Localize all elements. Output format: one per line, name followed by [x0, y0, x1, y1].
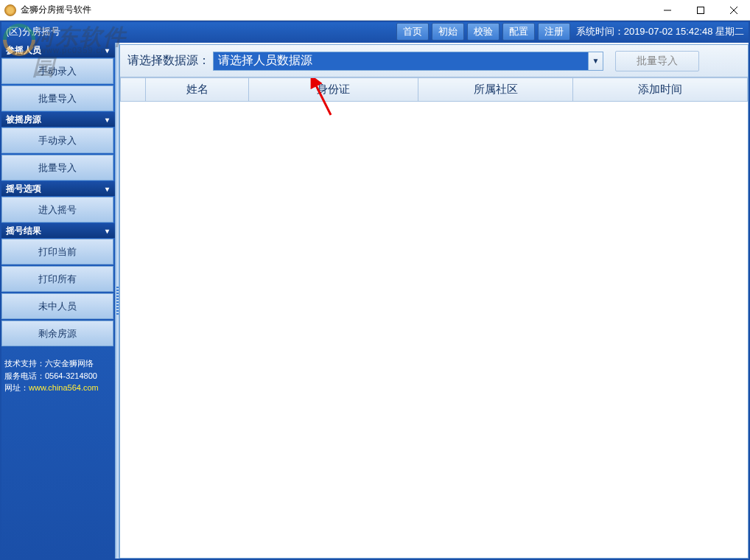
register-button[interactable]: 注册: [538, 23, 570, 41]
sidebar-item-manual-entry-1[interactable]: 手动录入: [1, 58, 113, 84]
verify-button[interactable]: 校验: [467, 23, 500, 41]
sidebar-item-remaining-houses[interactable]: 剩余房源: [1, 321, 113, 346]
title-bar: 金狮分房摇号软件: [0, 0, 750, 21]
filter-label: 请选择数据源：: [127, 53, 210, 69]
sidebar-item-batch-import-2[interactable]: 批量导入: [1, 155, 113, 181]
window-title: 金狮分房摇号软件: [21, 4, 91, 16]
sidebar-section-lottery-results[interactable]: 摇号结果 ▾: [0, 223, 115, 238]
sidebar: 参摇人员 ▾ 手动录入 批量导入 被摇房源 ▾ 手动录入 批量导入 摇号选项 ▾…: [0, 43, 115, 560]
datasource-select[interactable]: 请选择人员数据源 ▼: [213, 52, 603, 71]
sidebar-section-lottery-options[interactable]: 摇号选项 ▾: [0, 181, 115, 196]
datasource-select-text: 请选择人员数据源: [214, 52, 588, 70]
table-header-addtime[interactable]: 添加时间: [573, 78, 748, 102]
sidebar-item-manual-entry-2[interactable]: 手动录入: [1, 127, 113, 153]
data-table: 姓名 身份证 所属社区 添加时间: [120, 77, 748, 102]
config-button[interactable]: 配置: [502, 23, 535, 41]
chevron-down-icon: ▾: [105, 116, 109, 124]
minimize-button[interactable]: [651, 0, 684, 21]
maximize-button[interactable]: [684, 0, 717, 21]
sidebar-item-enter-lottery[interactable]: 进入摇号: [1, 197, 113, 223]
sidebar-section-houses[interactable]: 被摇房源 ▾: [0, 112, 115, 127]
toolbar-subtitle: (区)分房摇号: [6, 25, 60, 38]
table-container: 姓名 身份证 所属社区 添加时间: [120, 77, 748, 558]
table-header-name[interactable]: 姓名: [146, 78, 249, 102]
sidebar-item-not-selected[interactable]: 未中人员: [1, 293, 113, 319]
batch-import-button[interactable]: 批量导入: [615, 51, 699, 71]
table-header-index[interactable]: [121, 78, 146, 102]
window-controls: [651, 0, 750, 21]
svg-rect-1: [697, 7, 704, 13]
dropdown-arrow-icon[interactable]: ▼: [588, 52, 603, 70]
sidebar-section-participants[interactable]: 参摇人员 ▾: [0, 43, 115, 57]
filter-bar: 请选择数据源： 请选择人员数据源 ▼ 批量导入: [120, 45, 748, 77]
system-time: 系统时间：2019-07-02 15:42:48 星期二: [573, 25, 747, 38]
chevron-down-icon: ▾: [105, 185, 109, 193]
website-link[interactable]: www.china564.com: [29, 383, 99, 392]
home-button[interactable]: 首页: [396, 23, 429, 41]
init-button[interactable]: 初始: [432, 23, 464, 41]
app-icon: [4, 4, 16, 16]
toolbar: (区)分房摇号 首页 初始 校验 配置 注册 系统时间：2019-07-02 1…: [0, 21, 750, 43]
sidebar-footer: 技术支持：六安金狮网络 服务电话：0564-3214800 网址：www.chi…: [0, 353, 115, 399]
sidebar-item-print-all[interactable]: 打印所有: [1, 266, 113, 292]
table-header-community[interactable]: 所属社区: [418, 78, 573, 102]
table-header-idcard[interactable]: 身份证: [249, 78, 418, 102]
chevron-down-icon: ▾: [105, 227, 109, 235]
close-button[interactable]: [717, 0, 750, 21]
content-area: 请选择数据源： 请选择人员数据源 ▼ 批量导入 姓名 身份证 所属社区 添加时间: [119, 44, 749, 559]
chevron-down-icon: ▾: [105, 46, 109, 55]
sidebar-item-batch-import-1[interactable]: 批量导入: [1, 85, 113, 111]
sidebar-item-print-current[interactable]: 打印当前: [1, 239, 113, 265]
